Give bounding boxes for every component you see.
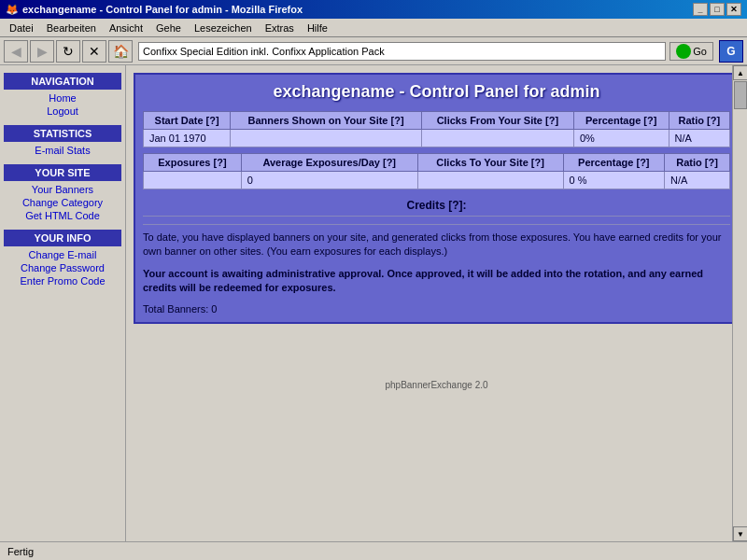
footer: phpBannerExchange 2.0 — [134, 380, 740, 390]
cell-clicks-to — [417, 172, 563, 189]
close-button[interactable]: ✕ — [726, 3, 741, 16]
cell-avg-exposures: 0 — [241, 172, 417, 189]
go-label: Go — [693, 46, 707, 57]
go-button[interactable]: Go — [669, 42, 713, 61]
menu-bar: Datei Bearbeiten Ansicht Gehe Lesezeiche… — [0, 19, 747, 37]
table2-data-row: 0 0 % N/A — [144, 172, 730, 189]
cell-ratio-2: N/A — [665, 172, 730, 189]
nav-home[interactable]: Home — [4, 91, 121, 105]
cell-exposures — [144, 172, 242, 189]
stats-table-2: Exposures [?] Average Exposures/Day [?] … — [143, 153, 730, 189]
status-bar: Fertig — [0, 541, 747, 560]
nav-email-stats[interactable]: E-mail Stats — [4, 144, 121, 157]
nav-logout[interactable]: Logout — [4, 105, 121, 118]
scroll-up-button[interactable]: ▲ — [733, 65, 747, 80]
nav-change-category[interactable]: Change Category — [4, 196, 121, 209]
col-avg-exposures: Average Exposures/Day [?] — [241, 154, 417, 172]
cell-ratio-1: N/A — [669, 130, 730, 147]
address-bar: Go — [138, 42, 713, 61]
menu-ansicht[interactable]: Ansicht — [104, 21, 148, 35]
go-icon — [676, 44, 691, 59]
stop-button[interactable]: ✕ — [82, 40, 106, 63]
navigation-header: NAVIGATION — [4, 73, 121, 90]
blue-panel: exchangename - Control Panel for admin S… — [134, 73, 740, 324]
cell-banners-shown — [231, 130, 422, 147]
cell-clicks-from — [421, 130, 573, 147]
nav-change-password[interactable]: Change Password — [4, 261, 121, 274]
title-bar: 🦊 exchangename - Control Panel for admin… — [0, 0, 747, 19]
credits-label: Credits [?]: — [407, 199, 467, 212]
yourinfo-header: YOUR INFO — [4, 230, 121, 246]
panel-title: exchangename - Control Panel for admin — [143, 82, 730, 102]
info-text: To date, you have displayed banners on y… — [143, 231, 730, 259]
reload-button[interactable]: ↻ — [56, 40, 80, 63]
address-input[interactable] — [138, 42, 666, 61]
main-area: NAVIGATION Home Logout STATISTICS E-mail… — [0, 65, 747, 541]
yoursite-header: YOUR SITE — [4, 164, 121, 181]
firefox-icon: 🦊 — [6, 4, 19, 16]
back-button[interactable]: ◀ — [4, 40, 28, 63]
col-exposures: Exposures [?] — [144, 154, 242, 172]
status-text: Fertig — [7, 546, 34, 557]
credits-divider — [143, 224, 730, 225]
nav-change-email[interactable]: Change E-mail — [4, 248, 121, 261]
credits-section: Credits [?]: — [143, 195, 730, 217]
window-title: exchangename - Control Panel for admin -… — [22, 4, 303, 15]
menu-bearbeiten[interactable]: Bearbeiten — [41, 21, 102, 35]
nav-get-html-code[interactable]: Get HTML Code — [4, 209, 121, 222]
scroll-thumb[interactable] — [734, 81, 747, 109]
scroll-down-button[interactable]: ▼ — [733, 526, 747, 541]
col-percentage-1: Percentage [?] — [573, 112, 669, 130]
nav-enter-promo-code[interactable]: Enter Promo Code — [4, 274, 121, 287]
col-banners-shown: Banners Shown on Your Site [?] — [231, 112, 422, 130]
table1-data-row: Jan 01 1970 0% N/A — [144, 130, 730, 147]
col-ratio-1: Ratio [?] — [669, 112, 730, 130]
scroll-track[interactable] — [733, 80, 747, 526]
minimize-button[interactable]: _ — [693, 3, 708, 16]
maximize-button[interactable]: □ — [710, 3, 725, 16]
toolbar: ◀ ▶ ↻ ✕ 🏠 Go G — [0, 37, 747, 65]
col-clicks-from: Clicks From Your Site [?] — [421, 112, 573, 130]
footer-text: phpBannerExchange 2.0 — [385, 380, 487, 390]
menu-extras[interactable]: Extras — [260, 21, 300, 35]
menu-hilfe[interactable]: Hilfe — [302, 21, 333, 35]
menu-lesezeichen[interactable]: Lesezeichen — [189, 21, 258, 35]
col-percentage-2: Percentage [?] — [563, 154, 664, 172]
vertical-scrollbar: ▲ ▼ — [732, 65, 747, 541]
cell-percentage-2: 0 % — [563, 172, 664, 189]
cell-percentage-1: 0% — [573, 130, 669, 147]
forward-button[interactable]: ▶ — [30, 40, 54, 63]
menu-datei[interactable]: Datei — [4, 21, 39, 35]
col-start-date: Start Date [?] — [144, 112, 231, 130]
stats-table-1: Start Date [?] Banners Shown on Your Sit… — [143, 111, 730, 147]
cell-start-date: Jan 01 1970 — [144, 130, 231, 147]
menu-gehe[interactable]: Gehe — [150, 21, 187, 35]
total-banners: Total Banners: 0 — [143, 303, 730, 315]
col-ratio-2: Ratio [?] — [665, 154, 730, 172]
approval-text: Your account is awaiting administrative … — [143, 267, 730, 296]
home-button[interactable]: 🏠 — [108, 40, 133, 63]
content-pane: exchangename - Control Panel for admin S… — [126, 65, 747, 541]
statistics-header: STATISTICS — [4, 125, 121, 142]
col-clicks-to: Clicks To Your Site [?] — [417, 154, 563, 172]
nav-your-banners[interactable]: Your Banners — [4, 183, 121, 196]
sidebar: NAVIGATION Home Logout STATISTICS E-mail… — [0, 65, 126, 541]
search-icon[interactable]: G — [719, 40, 743, 63]
